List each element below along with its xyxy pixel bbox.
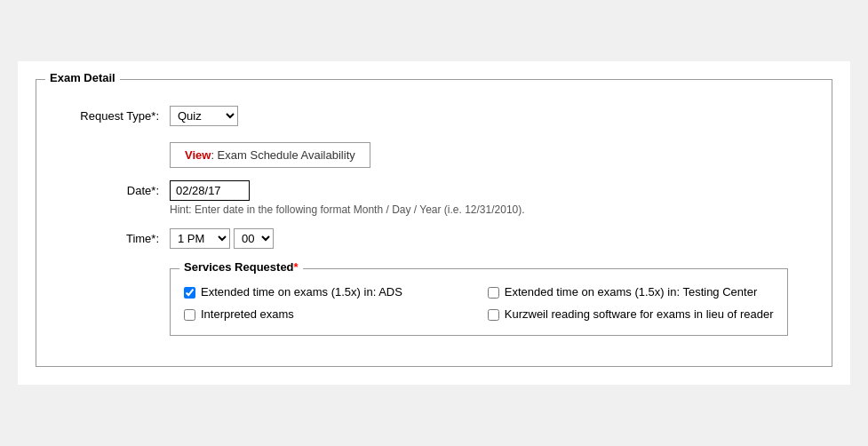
view-schedule-control: View: Exam Schedule Availability: [170, 139, 814, 168]
view-schedule-button[interactable]: View: Exam Schedule Availability: [170, 142, 370, 168]
date-hint: Hint: Enter date in the following format…: [170, 203, 814, 216]
service-checkbox-3[interactable]: [184, 309, 195, 321]
service-label-3: Interpreted exams: [201, 307, 294, 323]
view-schedule-row: View: Exam Schedule Availability: [54, 139, 814, 168]
service-item-1: Extended time on exams (1.5x) in: ADS: [184, 285, 470, 300]
service-label-2: Extended time on exams (1.5x) in: Testin…: [505, 285, 757, 300]
services-row: Services Requested* Extended time on exa…: [54, 261, 814, 337]
date-control: Hint: Enter date in the following format…: [170, 180, 814, 216]
services-fieldset: Services Requested* Extended time on exa…: [170, 268, 788, 337]
time-select-group: 1 PM 2 PM 3 PM 4 PM 5 PM 6 PM 7 PM 8 PM …: [170, 228, 814, 249]
exam-detail-fieldset: Exam Detail Request Type*: Quiz Exam Mid…: [36, 79, 832, 368]
time-minute-select[interactable]: 00 15 30 45: [234, 228, 274, 249]
date-input[interactable]: [170, 180, 250, 201]
request-type-label: Request Type*:: [54, 106, 170, 123]
view-schedule-spacer: [54, 139, 170, 142]
view-link-prefix: View: [185, 148, 211, 162]
services-checkbox-grid: Extended time on exams (1.5x) in: ADS Ex…: [184, 285, 774, 323]
request-type-select[interactable]: Quiz Exam Midterm Final: [170, 106, 238, 126]
date-row: Date*: Hint: Enter date in the following…: [54, 180, 814, 216]
time-label: Time*:: [54, 228, 170, 245]
exam-detail-legend: Exam Detail: [45, 71, 120, 84]
service-label-1: Extended time on exams (1.5x) in: ADS: [201, 285, 402, 300]
time-row: Time*: 1 PM 2 PM 3 PM 4 PM 5 PM 6 PM 7 P…: [54, 228, 814, 249]
service-checkbox-2[interactable]: [488, 287, 499, 299]
service-item-3: Interpreted exams: [184, 307, 470, 323]
service-checkbox-4[interactable]: [488, 309, 499, 321]
services-spacer: [54, 261, 170, 265]
view-link-text: : Exam Schedule Availability: [211, 148, 354, 162]
date-label: Date*:: [54, 180, 170, 197]
services-control: Services Requested* Extended time on exa…: [170, 261, 814, 337]
request-type-control: Quiz Exam Midterm Final: [170, 106, 814, 126]
service-item-4: Kurzweil reading software for exams in l…: [488, 307, 774, 323]
service-item-2: Extended time on exams (1.5x) in: Testin…: [488, 285, 774, 300]
services-legend: Services Requested*: [179, 260, 303, 274]
time-hour-select[interactable]: 1 PM 2 PM 3 PM 4 PM 5 PM 6 PM 7 PM 8 PM …: [170, 228, 230, 249]
service-label-4: Kurzweil reading software for exams in l…: [505, 307, 774, 323]
service-checkbox-1[interactable]: [184, 287, 195, 299]
time-control: 1 PM 2 PM 3 PM 4 PM 5 PM 6 PM 7 PM 8 PM …: [170, 228, 814, 249]
request-type-row: Request Type*: Quiz Exam Midterm Final: [54, 106, 814, 126]
outer-container: Exam Detail Request Type*: Quiz Exam Mid…: [18, 61, 850, 386]
